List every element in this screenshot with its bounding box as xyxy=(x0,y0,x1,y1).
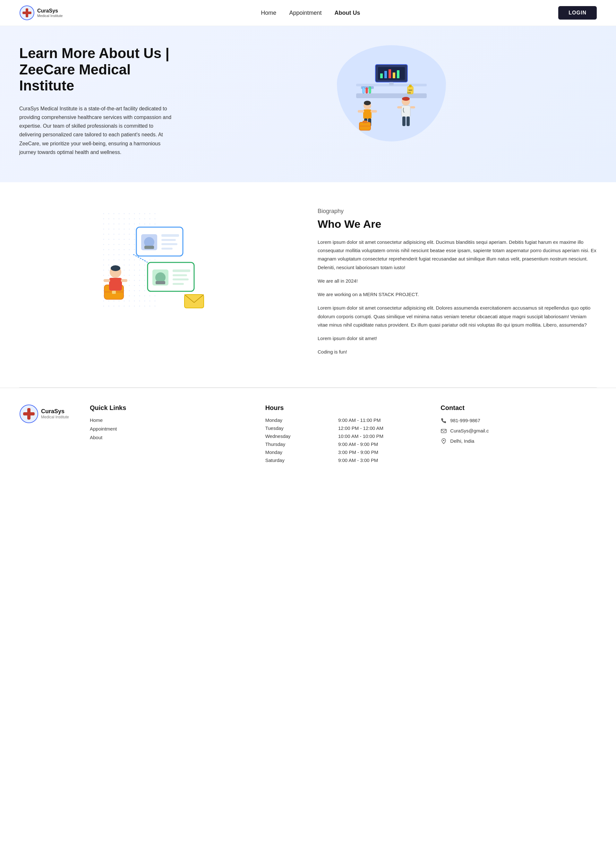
hours-time-0: 9:00 AM - 11:00 PM xyxy=(338,417,421,423)
svg-rect-11 xyxy=(397,70,399,78)
nav-appointment[interactable]: Appointment xyxy=(289,10,322,16)
svg-rect-63 xyxy=(172,279,189,281)
nav-about[interactable]: About Us xyxy=(334,10,360,16)
svg-rect-62 xyxy=(172,274,187,276)
svg-rect-33 xyxy=(403,116,406,126)
svg-rect-20 xyxy=(369,87,371,93)
quick-link-appointment[interactable]: Appointment xyxy=(90,426,246,432)
bio-para-4: Lorem ipsum dolor sit amet consectetur a… xyxy=(318,304,597,329)
contact-email: CuraSys@gmail.c xyxy=(450,428,489,433)
hero-image: VAC CINE xyxy=(186,45,597,142)
hours-day-1: Tuesday xyxy=(265,425,329,431)
login-button[interactable]: LOGIN xyxy=(558,6,597,20)
contact-email-item: CuraSys@gmail.c xyxy=(441,428,597,434)
svg-rect-52 xyxy=(144,246,154,249)
nav-links: Home Appointment About Us xyxy=(261,10,360,16)
bio-image xyxy=(19,208,298,311)
bio-para-2: We are all in 2024! xyxy=(318,277,597,285)
bio-title: Who We Are xyxy=(318,218,597,230)
svg-text:CINE: CINE xyxy=(407,92,411,94)
svg-rect-10 xyxy=(393,73,395,78)
hours-day-5: Saturday xyxy=(265,458,329,463)
footer-brand-tagline: Medical Institute xyxy=(41,415,69,419)
svg-rect-32 xyxy=(410,106,415,108)
svg-rect-7 xyxy=(380,73,383,78)
logo-tagline: Medical Institute xyxy=(37,14,63,18)
footer-logo: CuraSys Medical Institute xyxy=(19,404,70,424)
hero-description: CuraSys Medical Institute is a state-of-… xyxy=(19,104,173,157)
bio-para-5: Lorem ipsum dolor sit amet! xyxy=(318,334,597,343)
bio-para-1: Lorem ipsum dolor sit amet consectetur a… xyxy=(318,238,597,272)
svg-rect-47 xyxy=(104,279,110,282)
svg-rect-36 xyxy=(363,120,367,123)
quick-link-home[interactable]: Home xyxy=(90,417,246,423)
svg-rect-19 xyxy=(366,88,367,93)
svg-point-29 xyxy=(402,97,410,101)
hours-time-1: 12:00 PM - 12:00 AM xyxy=(338,425,421,431)
svg-rect-46 xyxy=(109,278,122,291)
contact-phone: 981-999-9867 xyxy=(450,418,480,423)
svg-rect-25 xyxy=(371,110,377,113)
footer-brand-name: CuraSys xyxy=(41,408,69,415)
svg-rect-60 xyxy=(156,281,165,284)
email-icon xyxy=(441,428,447,434)
bio-content: Biography Who We Are Lorem ipsum dolor s… xyxy=(318,208,597,361)
bio-label: Biography xyxy=(318,208,597,215)
bio-para-3: We are working on a MERN STACK PROJECT. xyxy=(318,290,597,299)
phone-icon xyxy=(441,417,447,424)
quick-links-heading: Quick Links xyxy=(90,404,246,412)
contact-phone-item: 981-999-9867 xyxy=(441,417,597,424)
quick-links-list: Home Appointment About xyxy=(90,417,246,440)
contact-address: Delhi, India xyxy=(450,438,474,444)
bio-para-6: Coding is fun! xyxy=(318,348,597,356)
navbar: CuraSys Medical Institute Home Appointme… xyxy=(0,0,616,26)
svg-rect-53 xyxy=(162,234,179,237)
logo-name: CuraSys xyxy=(37,8,63,14)
quick-link-about[interactable]: About xyxy=(90,435,246,440)
hours-time-2: 10:00 AM - 10:00 PM xyxy=(338,433,421,439)
svg-point-70 xyxy=(443,440,444,441)
svg-rect-55 xyxy=(162,243,177,245)
logo-icon xyxy=(19,5,35,21)
svg-rect-2 xyxy=(23,12,32,14)
hero-text: Learn More About Us | ZeeCare Medical In… xyxy=(19,45,173,157)
footer-quick-links: Quick Links Home Appointment About xyxy=(90,404,246,443)
hours-day-4: Monday xyxy=(265,450,329,455)
svg-rect-8 xyxy=(384,71,387,78)
hours-heading: Hours xyxy=(265,404,422,412)
svg-rect-3 xyxy=(356,93,427,98)
svg-text:VAC: VAC xyxy=(409,89,413,91)
svg-point-22 xyxy=(364,101,371,105)
svg-rect-23 xyxy=(363,110,372,119)
svg-rect-68 xyxy=(23,412,35,415)
hours-day-2: Wednesday xyxy=(265,433,329,439)
biography-section: Biography Who We Are Lorem ipsum dolor s… xyxy=(0,182,616,387)
svg-rect-31 xyxy=(397,106,402,108)
footer-hours: Hours Monday 9:00 AM - 11:00 PM Tuesday … xyxy=(265,404,422,463)
svg-rect-48 xyxy=(121,279,127,282)
svg-rect-14 xyxy=(409,85,412,87)
hours-time-4: 3:00 PM - 9:00 PM xyxy=(338,450,421,455)
bio-illustration xyxy=(98,208,220,311)
svg-point-45 xyxy=(111,265,120,271)
contact-address-item: Delhi, India xyxy=(441,438,597,444)
svg-rect-43 xyxy=(112,291,116,294)
hero-illustration: VAC CINE xyxy=(337,45,446,142)
svg-rect-34 xyxy=(407,116,410,126)
footer-contact: Contact 981-999-9867 CuraSys@gmail.c Del… xyxy=(441,404,597,448)
hours-time-5: 9:00 AM - 3:00 PM xyxy=(338,458,421,463)
logo[interactable]: CuraSys Medical Institute xyxy=(19,5,63,21)
svg-rect-24 xyxy=(358,110,364,113)
footer-logo-icon xyxy=(19,404,38,424)
svg-rect-9 xyxy=(389,69,391,78)
svg-rect-64 xyxy=(172,283,184,285)
svg-rect-61 xyxy=(172,270,190,272)
medical-illustration: VAC CINE xyxy=(343,52,439,135)
footer: CuraSys Medical Institute Quick Links Ho… xyxy=(0,387,616,473)
nav-home[interactable]: Home xyxy=(261,10,276,16)
svg-rect-54 xyxy=(162,239,176,241)
svg-rect-18 xyxy=(363,87,364,93)
hero-section: Learn More About Us | ZeeCare Medical In… xyxy=(0,26,616,182)
svg-rect-69 xyxy=(441,429,446,433)
hours-time-3: 9:00 AM - 9:00 PM xyxy=(338,441,421,447)
